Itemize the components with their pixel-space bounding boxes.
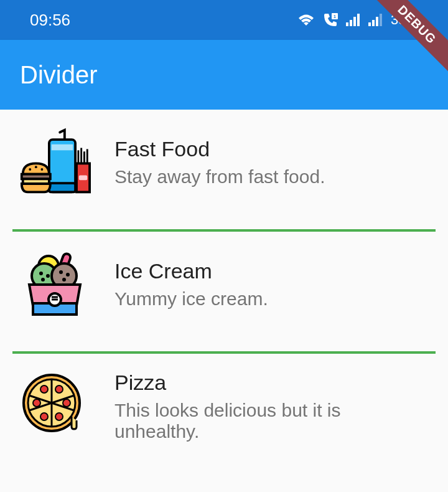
svg-point-43 bbox=[40, 386, 48, 393]
svg-point-33 bbox=[62, 278, 66, 281]
svg-rect-7 bbox=[372, 20, 375, 26]
svg-point-21 bbox=[40, 168, 43, 171]
list-item[interactable]: Fast Food Stay away from fast food. bbox=[0, 110, 448, 229]
svg-point-44 bbox=[55, 386, 63, 393]
svg-point-32 bbox=[66, 273, 70, 277]
svg-rect-14 bbox=[78, 175, 86, 180]
svg-text:1: 1 bbox=[334, 14, 336, 19]
signal-icon-1 bbox=[346, 14, 361, 26]
svg-point-20 bbox=[34, 166, 37, 168]
volte-icon: 1 bbox=[322, 13, 338, 27]
svg-point-47 bbox=[40, 413, 48, 420]
svg-point-31 bbox=[59, 270, 63, 274]
item-subtitle: Yummy ice cream. bbox=[114, 288, 268, 310]
svg-rect-5 bbox=[357, 14, 360, 26]
list: Fast Food Stay away from fast food. Ice … bbox=[0, 110, 448, 473]
svg-point-48 bbox=[55, 413, 63, 420]
svg-rect-12 bbox=[51, 144, 73, 150]
svg-point-45 bbox=[33, 399, 40, 407]
list-item[interactable]: Pizza This looks delicious but it is unh… bbox=[0, 354, 448, 473]
item-title: Fast Food bbox=[114, 137, 325, 161]
svg-rect-3 bbox=[350, 20, 352, 26]
svg-rect-8 bbox=[376, 17, 378, 26]
svg-rect-4 bbox=[353, 17, 356, 26]
item-title: Pizza bbox=[114, 371, 431, 395]
pizza-icon bbox=[17, 369, 92, 443]
svg-rect-9 bbox=[380, 14, 382, 26]
page-title: Divider bbox=[20, 61, 97, 89]
list-item[interactable]: Ice Cream Yummy ice cream. bbox=[0, 232, 448, 351]
svg-point-19 bbox=[29, 168, 31, 171]
fast-food-icon bbox=[17, 125, 92, 199]
svg-point-46 bbox=[63, 399, 70, 407]
svg-point-29 bbox=[41, 278, 45, 281]
svg-point-28 bbox=[46, 274, 50, 278]
wifi-icon bbox=[297, 13, 315, 27]
item-title: Ice Cream bbox=[114, 259, 268, 283]
item-subtitle: This looks delicious but it is unhealthy… bbox=[114, 400, 431, 442]
app-bar: Divider bbox=[0, 40, 448, 110]
ice-cream-icon bbox=[17, 247, 92, 321]
item-subtitle: Stay away from fast food. bbox=[114, 166, 325, 187]
status-time: 09:56 bbox=[30, 11, 70, 30]
svg-rect-2 bbox=[346, 22, 348, 26]
svg-point-27 bbox=[39, 272, 43, 275]
signal-icon-2 bbox=[368, 14, 383, 26]
svg-rect-6 bbox=[368, 22, 371, 26]
status-bar: 09:56 1 33% bbox=[0, 0, 448, 40]
svg-rect-11 bbox=[49, 183, 75, 192]
